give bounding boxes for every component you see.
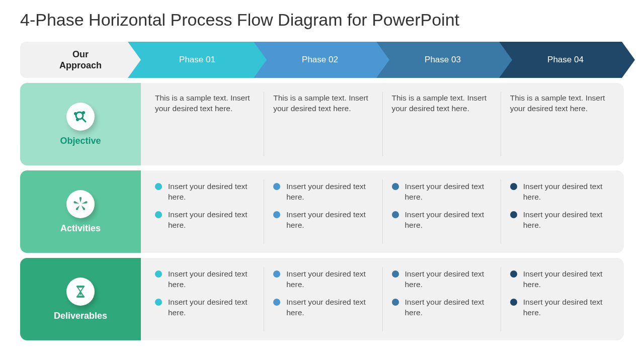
cell: Insert your desired text here.Insert you… xyxy=(501,267,619,331)
cell: Insert your desired text here.Insert you… xyxy=(264,179,382,244)
svg-point-4 xyxy=(76,118,79,121)
cell: Insert your desired text here.Insert you… xyxy=(264,267,382,331)
svg-point-3 xyxy=(82,111,85,114)
row-label-deliverables: Deliverables xyxy=(20,258,141,340)
phase-chevron-3: Phase 03 xyxy=(373,42,512,78)
phase-chevron-1: Phase 01 xyxy=(128,42,267,78)
svg-point-2 xyxy=(74,112,77,115)
phase-chevrons: Phase 01 Phase 02 Phase 03 Phase 04 xyxy=(141,42,624,78)
svg-point-5 xyxy=(79,197,82,199)
cell: Insert your desired text here.Insert you… xyxy=(501,179,619,244)
phase-chevron-2: Phase 02 xyxy=(251,42,389,78)
row-label-text: Activities xyxy=(60,223,101,234)
row-label-text: Deliverables xyxy=(54,311,107,321)
phase-chevron-4: Phase 04 xyxy=(496,42,635,78)
row-body-objective: This is a sample text. Insert your desir… xyxy=(141,83,624,165)
cell: This is a sample text. Insert your desir… xyxy=(146,92,264,156)
row-label-objective: Objective xyxy=(20,83,141,165)
row-label-text: Objective xyxy=(60,136,101,146)
svg-line-1 xyxy=(82,118,86,122)
row-body-deliverables: Insert your desired text here.Insert you… xyxy=(141,258,624,340)
cell: This is a sample text. Insert your desir… xyxy=(264,92,382,156)
cell: Insert your desired text here.Insert you… xyxy=(146,267,264,331)
deliverables-icon xyxy=(66,278,95,306)
row-objective: Objective This is a sample text. Insert … xyxy=(20,83,624,165)
cell: This is a sample text. Insert your desir… xyxy=(501,92,619,156)
row-deliverables: Deliverables Insert your desired text he… xyxy=(20,258,624,340)
cell: Insert your desired text here.Insert you… xyxy=(382,179,501,244)
row-label-activities: Activities xyxy=(20,170,141,253)
cell: Insert your desired text here.Insert you… xyxy=(146,179,264,244)
approach-label: Our Approach xyxy=(20,42,141,78)
activities-icon xyxy=(66,190,95,218)
process-flow-diagram: Our Approach Phase 01 Phase 02 Phase 03 … xyxy=(20,42,624,340)
cell: Insert your desired text here.Insert you… xyxy=(382,267,501,331)
objective-icon xyxy=(66,103,95,131)
header-row: Our Approach Phase 01 Phase 02 Phase 03 … xyxy=(20,42,624,78)
row-body-activities: Insert your desired text here.Insert you… xyxy=(141,170,624,253)
page-title: 4-Phase Horizontal Process Flow Diagram … xyxy=(20,10,624,30)
row-activities: Activities Insert your desired text here… xyxy=(20,170,624,253)
cell: This is a sample text. Insert your desir… xyxy=(382,92,501,156)
